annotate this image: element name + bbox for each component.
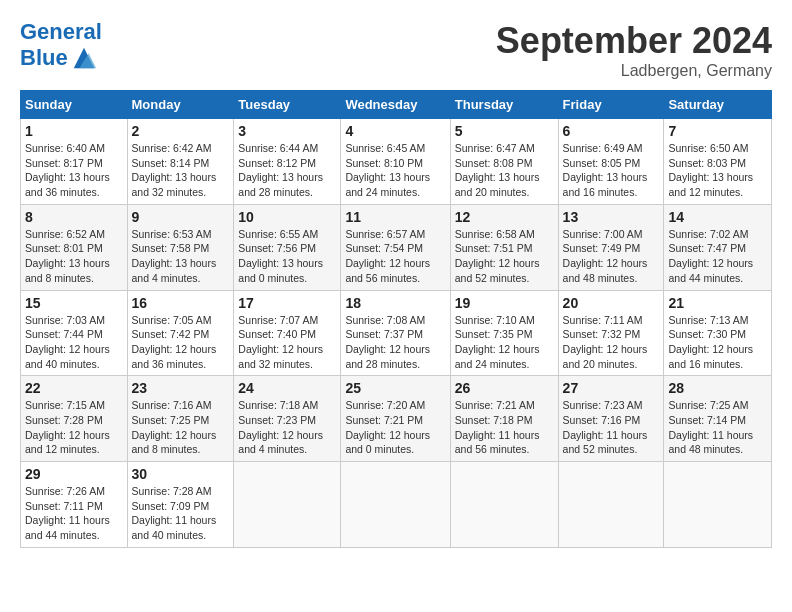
day-info: Sunrise: 6:42 AMSunset: 8:14 PMDaylight:… xyxy=(132,141,230,200)
day-number: 3 xyxy=(238,123,336,139)
week-row-3: 15Sunrise: 7:03 AMSunset: 7:44 PMDayligh… xyxy=(21,290,772,376)
calendar-cell xyxy=(450,462,558,548)
calendar-cell: 9Sunrise: 6:53 AMSunset: 7:58 PMDaylight… xyxy=(127,204,234,290)
calendar-cell: 26Sunrise: 7:21 AMSunset: 7:18 PMDayligh… xyxy=(450,376,558,462)
day-info: Sunrise: 7:15 AMSunset: 7:28 PMDaylight:… xyxy=(25,398,123,457)
day-number: 13 xyxy=(563,209,660,225)
calendar-cell: 7Sunrise: 6:50 AMSunset: 8:03 PMDaylight… xyxy=(664,119,772,205)
day-number: 28 xyxy=(668,380,767,396)
calendar-cell: 5Sunrise: 6:47 AMSunset: 8:08 PMDaylight… xyxy=(450,119,558,205)
day-number: 24 xyxy=(238,380,336,396)
calendar-table: SundayMondayTuesdayWednesdayThursdayFrid… xyxy=(20,90,772,548)
day-info: Sunrise: 7:08 AMSunset: 7:37 PMDaylight:… xyxy=(345,313,445,372)
day-info: Sunrise: 6:55 AMSunset: 7:56 PMDaylight:… xyxy=(238,227,336,286)
day-number: 10 xyxy=(238,209,336,225)
header-day-thursday: Thursday xyxy=(450,91,558,119)
header-row: SundayMondayTuesdayWednesdayThursdayFrid… xyxy=(21,91,772,119)
day-number: 18 xyxy=(345,295,445,311)
day-number: 20 xyxy=(563,295,660,311)
week-row-5: 29Sunrise: 7:26 AMSunset: 7:11 PMDayligh… xyxy=(21,462,772,548)
day-number: 2 xyxy=(132,123,230,139)
day-number: 22 xyxy=(25,380,123,396)
logo-text: General xyxy=(20,20,102,44)
day-info: Sunrise: 6:47 AMSunset: 8:08 PMDaylight:… xyxy=(455,141,554,200)
day-info: Sunrise: 6:45 AMSunset: 8:10 PMDaylight:… xyxy=(345,141,445,200)
day-number: 5 xyxy=(455,123,554,139)
header-day-saturday: Saturday xyxy=(664,91,772,119)
day-number: 17 xyxy=(238,295,336,311)
calendar-cell: 24Sunrise: 7:18 AMSunset: 7:23 PMDayligh… xyxy=(234,376,341,462)
calendar-header: SundayMondayTuesdayWednesdayThursdayFrid… xyxy=(21,91,772,119)
day-info: Sunrise: 7:25 AMSunset: 7:14 PMDaylight:… xyxy=(668,398,767,457)
header-day-tuesday: Tuesday xyxy=(234,91,341,119)
week-row-4: 22Sunrise: 7:15 AMSunset: 7:28 PMDayligh… xyxy=(21,376,772,462)
day-info: Sunrise: 7:18 AMSunset: 7:23 PMDaylight:… xyxy=(238,398,336,457)
day-info: Sunrise: 7:13 AMSunset: 7:30 PMDaylight:… xyxy=(668,313,767,372)
day-number: 25 xyxy=(345,380,445,396)
header-day-monday: Monday xyxy=(127,91,234,119)
logo-icon xyxy=(70,44,98,72)
calendar-body: 1Sunrise: 6:40 AMSunset: 8:17 PMDaylight… xyxy=(21,119,772,548)
day-number: 30 xyxy=(132,466,230,482)
calendar-cell: 28Sunrise: 7:25 AMSunset: 7:14 PMDayligh… xyxy=(664,376,772,462)
logo-blue: Blue xyxy=(20,45,68,71)
calendar-cell: 8Sunrise: 6:52 AMSunset: 8:01 PMDaylight… xyxy=(21,204,128,290)
header-day-friday: Friday xyxy=(558,91,664,119)
day-info: Sunrise: 7:11 AMSunset: 7:32 PMDaylight:… xyxy=(563,313,660,372)
day-info: Sunrise: 7:23 AMSunset: 7:16 PMDaylight:… xyxy=(563,398,660,457)
day-number: 23 xyxy=(132,380,230,396)
week-row-1: 1Sunrise: 6:40 AMSunset: 8:17 PMDaylight… xyxy=(21,119,772,205)
day-number: 21 xyxy=(668,295,767,311)
day-number: 26 xyxy=(455,380,554,396)
day-info: Sunrise: 7:26 AMSunset: 7:11 PMDaylight:… xyxy=(25,484,123,543)
calendar-cell: 10Sunrise: 6:55 AMSunset: 7:56 PMDayligh… xyxy=(234,204,341,290)
calendar-cell: 17Sunrise: 7:07 AMSunset: 7:40 PMDayligh… xyxy=(234,290,341,376)
day-number: 15 xyxy=(25,295,123,311)
calendar-cell: 20Sunrise: 7:11 AMSunset: 7:32 PMDayligh… xyxy=(558,290,664,376)
day-info: Sunrise: 7:05 AMSunset: 7:42 PMDaylight:… xyxy=(132,313,230,372)
day-info: Sunrise: 7:07 AMSunset: 7:40 PMDaylight:… xyxy=(238,313,336,372)
day-number: 19 xyxy=(455,295,554,311)
day-info: Sunrise: 6:52 AMSunset: 8:01 PMDaylight:… xyxy=(25,227,123,286)
day-number: 16 xyxy=(132,295,230,311)
logo: General Blue xyxy=(20,20,102,72)
day-info: Sunrise: 6:49 AMSunset: 8:05 PMDaylight:… xyxy=(563,141,660,200)
calendar-cell: 30Sunrise: 7:28 AMSunset: 7:09 PMDayligh… xyxy=(127,462,234,548)
day-info: Sunrise: 7:16 AMSunset: 7:25 PMDaylight:… xyxy=(132,398,230,457)
calendar-cell: 1Sunrise: 6:40 AMSunset: 8:17 PMDaylight… xyxy=(21,119,128,205)
calendar-cell xyxy=(234,462,341,548)
month-title: September 2024 xyxy=(496,20,772,62)
calendar-cell: 29Sunrise: 7:26 AMSunset: 7:11 PMDayligh… xyxy=(21,462,128,548)
location: Ladbergen, Germany xyxy=(496,62,772,80)
day-info: Sunrise: 7:00 AMSunset: 7:49 PMDaylight:… xyxy=(563,227,660,286)
calendar-cell: 14Sunrise: 7:02 AMSunset: 7:47 PMDayligh… xyxy=(664,204,772,290)
calendar-cell: 13Sunrise: 7:00 AMSunset: 7:49 PMDayligh… xyxy=(558,204,664,290)
day-number: 1 xyxy=(25,123,123,139)
title-block: September 2024 Ladbergen, Germany xyxy=(496,20,772,80)
day-number: 11 xyxy=(345,209,445,225)
calendar-cell: 27Sunrise: 7:23 AMSunset: 7:16 PMDayligh… xyxy=(558,376,664,462)
day-number: 9 xyxy=(132,209,230,225)
day-info: Sunrise: 7:20 AMSunset: 7:21 PMDaylight:… xyxy=(345,398,445,457)
calendar-cell: 25Sunrise: 7:20 AMSunset: 7:21 PMDayligh… xyxy=(341,376,450,462)
calendar-cell: 2Sunrise: 6:42 AMSunset: 8:14 PMDaylight… xyxy=(127,119,234,205)
calendar-cell: 11Sunrise: 6:57 AMSunset: 7:54 PMDayligh… xyxy=(341,204,450,290)
week-row-2: 8Sunrise: 6:52 AMSunset: 8:01 PMDaylight… xyxy=(21,204,772,290)
calendar-cell: 6Sunrise: 6:49 AMSunset: 8:05 PMDaylight… xyxy=(558,119,664,205)
day-info: Sunrise: 7:21 AMSunset: 7:18 PMDaylight:… xyxy=(455,398,554,457)
day-info: Sunrise: 6:57 AMSunset: 7:54 PMDaylight:… xyxy=(345,227,445,286)
day-number: 14 xyxy=(668,209,767,225)
calendar-cell xyxy=(341,462,450,548)
page-header: General Blue September 2024 Ladbergen, G… xyxy=(20,20,772,80)
calendar-cell: 23Sunrise: 7:16 AMSunset: 7:25 PMDayligh… xyxy=(127,376,234,462)
calendar-cell: 22Sunrise: 7:15 AMSunset: 7:28 PMDayligh… xyxy=(21,376,128,462)
calendar-cell: 19Sunrise: 7:10 AMSunset: 7:35 PMDayligh… xyxy=(450,290,558,376)
calendar-cell: 21Sunrise: 7:13 AMSunset: 7:30 PMDayligh… xyxy=(664,290,772,376)
day-info: Sunrise: 7:02 AMSunset: 7:47 PMDaylight:… xyxy=(668,227,767,286)
day-number: 8 xyxy=(25,209,123,225)
day-info: Sunrise: 7:10 AMSunset: 7:35 PMDaylight:… xyxy=(455,313,554,372)
day-number: 27 xyxy=(563,380,660,396)
day-info: Sunrise: 6:58 AMSunset: 7:51 PMDaylight:… xyxy=(455,227,554,286)
day-info: Sunrise: 6:50 AMSunset: 8:03 PMDaylight:… xyxy=(668,141,767,200)
calendar-cell: 18Sunrise: 7:08 AMSunset: 7:37 PMDayligh… xyxy=(341,290,450,376)
